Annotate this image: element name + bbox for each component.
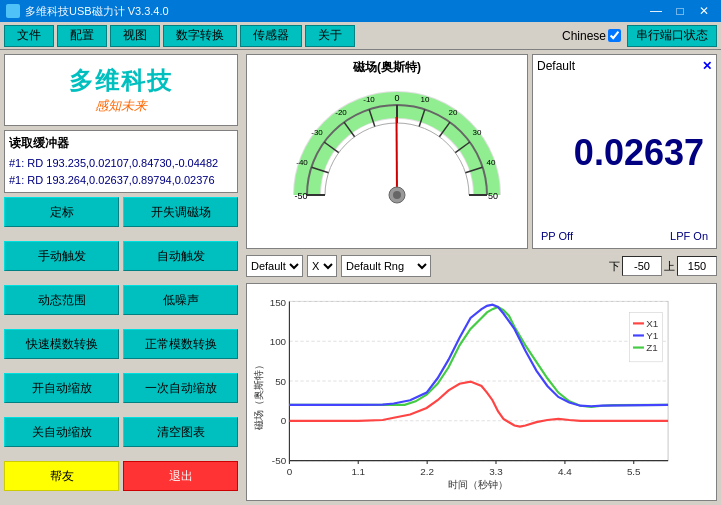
svg-text:X1: X1 bbox=[646, 318, 658, 329]
svg-text:50: 50 bbox=[275, 376, 286, 387]
svg-text:0: 0 bbox=[287, 466, 293, 477]
maximize-button[interactable]: □ bbox=[669, 2, 691, 20]
svg-text:5.5: 5.5 bbox=[627, 466, 641, 477]
axis-dropdown[interactable]: X Y Z bbox=[307, 255, 337, 277]
calibrate-button[interactable]: 定标 bbox=[4, 197, 119, 227]
svg-text:30: 30 bbox=[473, 128, 482, 137]
svg-text:2.2: 2.2 bbox=[420, 466, 434, 477]
top-right: 磁场(奥斯特) bbox=[246, 54, 717, 249]
range-down-input[interactable]: -50 bbox=[622, 256, 662, 276]
buffer-box: 读取缓冲器 #1: RD 193.235,0.02107,0.84730,-0.… bbox=[4, 130, 238, 193]
svg-text:-40: -40 bbox=[296, 158, 308, 167]
open-magnet-button[interactable]: 开失调磁场 bbox=[123, 197, 238, 227]
svg-text:时间（秒钟）: 时间（秒钟） bbox=[448, 479, 508, 490]
svg-text:-30: -30 bbox=[311, 128, 323, 137]
chart-panel: 150 100 50 0 -50 0 1.1 2.2 3.3 4.4 5.5 bbox=[246, 283, 717, 501]
display-value: 0.02637 bbox=[537, 77, 712, 228]
exit-button[interactable]: 退出 bbox=[123, 461, 238, 491]
menu-bar: 文件 配置 视图 数字转换 传感器 关于 Chinese 串行端口状态 bbox=[0, 22, 721, 50]
title-bar: 多维科技USB磁力计 V3.3.4.0 — □ ✕ bbox=[0, 0, 721, 22]
title-bar-left: 多维科技USB磁力计 V3.3.4.0 bbox=[6, 4, 169, 19]
svg-text:20: 20 bbox=[449, 108, 458, 117]
svg-text:150: 150 bbox=[270, 297, 287, 308]
auto-trigger-button[interactable]: 自动触发 bbox=[123, 241, 238, 271]
close-auto-scale-button[interactable]: 关自动缩放 bbox=[4, 417, 119, 447]
range-down-label: 下 bbox=[609, 259, 620, 274]
app-icon bbox=[6, 4, 20, 18]
svg-text:0: 0 bbox=[394, 93, 399, 103]
svg-text:50: 50 bbox=[488, 191, 498, 201]
controls-row: Default X Y Z Default Rng 下 -50 上 150 bbox=[246, 253, 717, 279]
svg-text:100: 100 bbox=[270, 336, 287, 347]
svg-text:3.3: 3.3 bbox=[489, 466, 503, 477]
title-bar-controls: — □ ✕ bbox=[645, 2, 715, 20]
serial-port-button[interactable]: 串行端口状态 bbox=[627, 25, 717, 47]
display-channel: Default bbox=[537, 59, 575, 73]
chinese-label: Chinese bbox=[562, 29, 606, 43]
logo-main: 多维科技 bbox=[69, 65, 173, 97]
range-up-label: 上 bbox=[664, 259, 675, 274]
menu-config[interactable]: 配置 bbox=[57, 25, 107, 47]
range-up-input[interactable]: 150 bbox=[677, 256, 717, 276]
pp-status: PP Off bbox=[541, 230, 573, 242]
dynamic-range-button[interactable]: 动态范围 bbox=[4, 285, 119, 315]
svg-point-25 bbox=[393, 191, 401, 199]
minimize-button[interactable]: — bbox=[645, 2, 667, 20]
menu-about[interactable]: 关于 bbox=[305, 25, 355, 47]
channel-dropdown[interactable]: Default bbox=[246, 255, 303, 277]
range-controls: 下 -50 上 150 bbox=[609, 256, 717, 276]
left-panel: 多维科技 感知未来 读取缓冲器 #1: RD 193.235,0.02107,0… bbox=[0, 50, 242, 505]
display-close-btn[interactable]: ✕ bbox=[702, 59, 712, 73]
svg-text:40: 40 bbox=[487, 158, 496, 167]
logo-area: 多维科技 感知未来 bbox=[4, 54, 238, 126]
manual-trigger-button[interactable]: 手动触发 bbox=[4, 241, 119, 271]
normal-mode-button[interactable]: 正常模数转换 bbox=[123, 329, 238, 359]
svg-text:磁场（奥斯特）: 磁场（奥斯特） bbox=[253, 360, 264, 431]
gauge-panel: 磁场(奥斯特) bbox=[246, 54, 528, 249]
auto-scale-button[interactable]: 开自动缩放 bbox=[4, 373, 119, 403]
menu-right: Chinese 串行端口状态 bbox=[562, 25, 717, 47]
range-dropdown[interactable]: Default Rng bbox=[341, 255, 431, 277]
svg-text:0: 0 bbox=[281, 415, 287, 426]
low-noise-button[interactable]: 低噪声 bbox=[123, 285, 238, 315]
menu-digital[interactable]: 数字转换 bbox=[163, 25, 237, 47]
svg-text:4.4: 4.4 bbox=[558, 466, 572, 477]
buttons-grid: 定标 开失调磁场 手动触发 自动触发 动态范围 低噪声 快速模数转换 正常模数转… bbox=[4, 197, 238, 501]
svg-text:Y1: Y1 bbox=[646, 330, 658, 341]
display-header: Default ✕ bbox=[537, 59, 712, 73]
svg-text:-50: -50 bbox=[294, 191, 307, 201]
svg-text:-10: -10 bbox=[363, 95, 375, 104]
svg-text:10: 10 bbox=[421, 95, 430, 104]
buffer-line-1: #1: RD 193.235,0.02107,0.84730,-0.04482 bbox=[9, 155, 233, 172]
close-button[interactable]: ✕ bbox=[693, 2, 715, 20]
one-auto-scale-button[interactable]: 一次自动缩放 bbox=[123, 373, 238, 403]
app-title: 多维科技USB磁力计 V3.3.4.0 bbox=[25, 4, 169, 19]
lpf-status: LPF On bbox=[670, 230, 708, 242]
svg-text:-50: -50 bbox=[272, 455, 287, 466]
main-content: 多维科技 感知未来 读取缓冲器 #1: RD 193.235,0.02107,0… bbox=[0, 50, 721, 505]
menu-file[interactable]: 文件 bbox=[4, 25, 54, 47]
svg-text:Z1: Z1 bbox=[646, 342, 658, 353]
menu-view[interactable]: 视图 bbox=[110, 25, 160, 47]
clear-chart-button[interactable]: 清空图表 bbox=[123, 417, 238, 447]
logo-sub: 感知未来 bbox=[95, 97, 147, 115]
buffer-line-2: #1: RD 193.264,0.02637,0.89794,0.02376 bbox=[9, 172, 233, 189]
gauge-title: 磁场(奥斯特) bbox=[353, 59, 421, 76]
menu-sensor[interactable]: 传感器 bbox=[240, 25, 302, 47]
svg-text:1.1: 1.1 bbox=[351, 466, 365, 477]
gauge-svg: -50 -40 -30 -20 bbox=[287, 80, 487, 200]
display-panel: Default ✕ 0.02637 PP Off LPF On bbox=[532, 54, 717, 249]
display-footer: PP Off LPF On bbox=[537, 228, 712, 244]
chinese-checkbox-wrap: Chinese bbox=[562, 29, 621, 43]
svg-text:-20: -20 bbox=[335, 108, 347, 117]
chart-svg: 150 100 50 0 -50 0 1.1 2.2 3.3 4.4 5.5 bbox=[251, 288, 712, 496]
right-panel: 磁场(奥斯特) bbox=[242, 50, 721, 505]
buffer-title: 读取缓冲器 bbox=[9, 135, 233, 152]
svg-line-23 bbox=[397, 117, 398, 195]
fast-mode-button[interactable]: 快速模数转换 bbox=[4, 329, 119, 359]
help-button[interactable]: 帮友 bbox=[4, 461, 119, 491]
chinese-checkbox[interactable] bbox=[608, 29, 621, 42]
